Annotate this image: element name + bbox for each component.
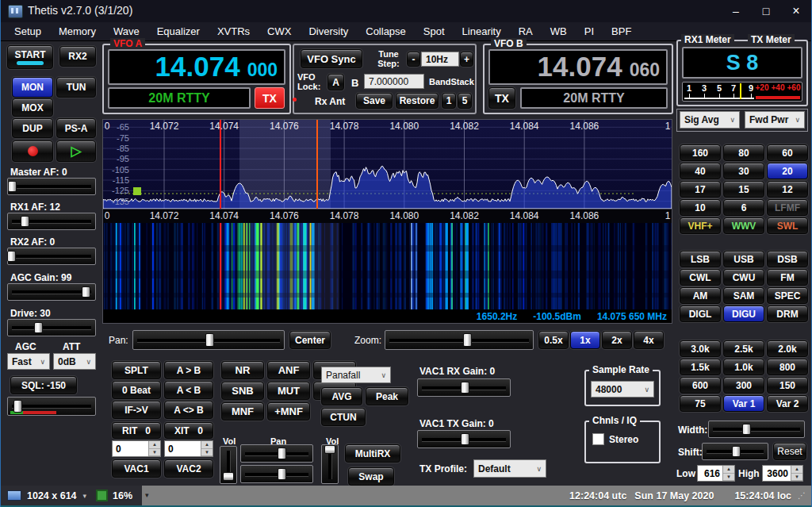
tx-profile-select[interactable]: Default∨: [473, 459, 546, 478]
restore-button[interactable]: Restore: [396, 93, 439, 109]
frequency-entry-field[interactable]: 7.000000: [364, 74, 424, 89]
vol1-slider[interactable]: [220, 446, 237, 484]
dsp-button-+mnf[interactable]: +MNF: [267, 402, 310, 421]
xit-spinner[interactable]: 0 ▲▼: [164, 440, 213, 457]
close-button[interactable]: ×: [781, 0, 811, 22]
pan-center-button[interactable]: Center: [289, 331, 331, 349]
mode-button-digl[interactable]: DIGL: [680, 305, 721, 322]
slider-thumb[interactable]: [7, 251, 16, 262]
slider-thumb[interactable]: [205, 333, 214, 347]
play-button[interactable]: ▷: [56, 140, 96, 162]
status-left-panel[interactable]: 1024 x 614 ▾ 16%: [1, 486, 142, 505]
rx2-af-slider[interactable]: [7, 248, 96, 265]
dsp-button-mut[interactable]: MUT: [267, 382, 310, 400]
menu-equalizer[interactable]: Equalizer: [148, 25, 209, 37]
vac-rx-gain-slider[interactable]: [417, 378, 511, 397]
mode-button-digu[interactable]: DIGU: [723, 305, 764, 322]
filter-button-1.5k[interactable]: 1.5k: [680, 359, 721, 375]
vac1-button[interactable]: VAC1: [112, 459, 161, 478]
panadapter[interactable]: 14.07214.07414.07614.07814.08014.08214.0…: [102, 119, 672, 324]
rx2-button[interactable]: RX2: [59, 46, 96, 67]
width-slider[interactable]: [708, 421, 805, 438]
peak-button[interactable]: Peak: [366, 387, 408, 405]
slider-thumb[interactable]: [8, 181, 17, 192]
mode-button-usb[interactable]: USB: [723, 251, 764, 267]
band-button-20[interactable]: 20: [767, 163, 808, 179]
band-button-30[interactable]: 30: [723, 163, 764, 179]
slider-thumb[interactable]: [324, 445, 335, 454]
drive-slider[interactable]: [7, 319, 96, 336]
tune-step-minus[interactable]: -: [407, 52, 420, 67]
vfo-sync-button[interactable]: VFO Sync: [301, 49, 362, 68]
split-button[interactable]: SPLT: [112, 361, 161, 379]
waterfall-display[interactable]: [103, 223, 672, 309]
slider-thumb[interactable]: [82, 286, 90, 298]
mode-button-cwu[interactable]: CWU: [723, 269, 764, 286]
dsp-button-snb[interactable]: SNB: [221, 382, 264, 400]
psa-button[interactable]: PS-A: [56, 118, 96, 138]
band-button-vhf+[interactable]: VHF+: [680, 217, 721, 234]
vfo-a-tx-button[interactable]: TX: [255, 87, 285, 109]
slider-thumb[interactable]: [223, 472, 234, 481]
vfo-b-tx-button[interactable]: TX: [488, 87, 515, 109]
agc-select[interactable]: Fast∨: [7, 353, 50, 370]
save-button[interactable]: Save: [356, 93, 393, 109]
dsp-button-mnf[interactable]: MNF: [221, 402, 264, 421]
a-swap-b-button[interactable]: A <> B: [164, 401, 213, 419]
minimize-button[interactable]: –: [721, 0, 751, 22]
pan1-slider[interactable]: [240, 444, 313, 463]
slider-thumb[interactable]: [461, 433, 469, 445]
bandstack-5-button[interactable]: 5: [458, 93, 472, 109]
if-to-v-button[interactable]: IF->V: [112, 401, 161, 419]
rx1-af-slider[interactable]: [7, 213, 96, 230]
shift-slider[interactable]: [702, 443, 768, 460]
bandstack-1-button[interactable]: 1: [442, 93, 456, 109]
mode-button-am[interactable]: AM: [680, 287, 721, 304]
slider-thumb[interactable]: [278, 468, 286, 480]
mode-button-lsb[interactable]: LSB: [680, 251, 721, 267]
zoom-2x-button[interactable]: 2x: [602, 331, 632, 349]
filter-button-2.0k[interactable]: 2.0k: [767, 340, 808, 357]
shift-reset-button[interactable]: Reset: [773, 443, 806, 460]
sql-button[interactable]: SQL: -150: [10, 376, 77, 394]
filter-button-150[interactable]: 150: [767, 377, 808, 394]
resize-grip-icon[interactable]: ⋰: [798, 491, 806, 500]
band-button-15[interactable]: 15: [723, 181, 764, 198]
att-select[interactable]: 0dB∨: [53, 353, 96, 370]
vfo-lock-a-button[interactable]: A: [327, 74, 344, 90]
menu-ra[interactable]: RA: [510, 25, 542, 37]
mode-button-spec[interactable]: SPEC: [767, 287, 808, 304]
spectrum-display[interactable]: 14.07214.07414.07614.07814.08014.08214.0…: [103, 120, 672, 209]
filter-button-var-1[interactable]: Var 1: [723, 395, 764, 412]
menu-memory[interactable]: Memory: [50, 25, 105, 37]
menu-xvtrs[interactable]: XVTRs: [209, 25, 259, 37]
agc-gain-slider[interactable]: [7, 283, 96, 301]
mode-button-dsb[interactable]: DSB: [767, 251, 808, 267]
stereo-checkbox[interactable]: Stereo: [592, 433, 638, 445]
filter-button-75[interactable]: 75: [680, 395, 721, 412]
slider-thumb[interactable]: [21, 216, 29, 227]
tun-button[interactable]: TUN: [56, 77, 96, 98]
menu-cwx[interactable]: CWX: [259, 25, 300, 37]
mox-button[interactable]: MOX: [12, 98, 53, 117]
menu-bpf[interactable]: BPF: [603, 25, 640, 37]
mode-button-sam[interactable]: SAM: [723, 287, 764, 304]
rit-spinner[interactable]: 0 ▲▼: [112, 440, 161, 457]
pan2-slider[interactable]: [240, 465, 313, 483]
ctun-button[interactable]: CTUN: [321, 408, 366, 426]
chevron-down-icon[interactable]: ▾: [145, 491, 149, 499]
menu-collapse[interactable]: Collapse: [357, 25, 415, 37]
mode-button-cwl[interactable]: CWL: [680, 269, 721, 286]
start-button[interactable]: START: [7, 45, 53, 69]
menu-linearity[interactable]: Linearity: [454, 25, 510, 37]
rit-button[interactable]: RIT0: [112, 422, 161, 439]
band-button-6[interactable]: 6: [723, 199, 764, 216]
filter-button-var-2[interactable]: Var 2: [767, 395, 808, 412]
band-button-160[interactable]: 160: [680, 144, 721, 161]
vfo-a-frequency[interactable]: 14.074 000: [108, 49, 285, 85]
tune-step-value[interactable]: 10Hz: [421, 52, 459, 67]
slider-thumb[interactable]: [13, 400, 22, 413]
dup-button[interactable]: DUP: [12, 118, 53, 138]
swap-button[interactable]: Swap: [348, 467, 394, 486]
band-button-lfmf[interactable]: LFMF: [767, 199, 808, 216]
